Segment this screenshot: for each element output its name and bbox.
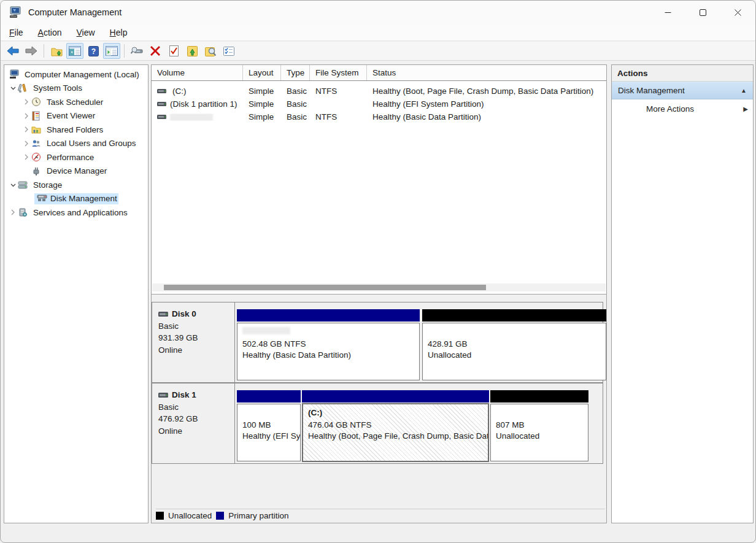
help-button[interactable]: ? [85,43,102,59]
horizontal-scrollbar[interactable] [152,283,606,291]
tree-item-system-tools[interactable]: System Tools [4,82,148,96]
minimize-icon [665,9,671,16]
chevron-collapsed-icon[interactable] [23,140,30,147]
actions-panel: Actions Disk Management ▲ More Actions ▶ [611,64,754,523]
forward-button[interactable] [23,43,40,59]
tree-item-task-scheduler[interactable]: Task Scheduler [4,95,148,109]
maximize-button[interactable] [685,1,720,24]
tree-item-disk-management[interactable]: Disk Management [4,192,148,206]
disk-state: Online [158,426,234,436]
export-button[interactable] [183,43,201,59]
partition-name-redacted [242,327,290,334]
tree-item-label: Performance [45,152,96,163]
toolbar: ? [1,42,755,61]
action-pane-toggle-button[interactable] [103,43,120,59]
chevron-collapsed-icon[interactable] [23,126,30,133]
menu-help[interactable]: Help [104,25,134,40]
tree-item-label: Shared Folders [45,125,105,135]
minimize-button[interactable] [650,1,685,24]
delete-x-icon [150,46,160,56]
tree-item-local-users-groups[interactable]: Local Users and Groups [4,137,148,151]
chevron-expanded-icon[interactable] [9,181,17,188]
column-header-file-system[interactable]: File System [310,65,367,80]
partition-size: 476.04 GB NTFS [308,420,485,429]
properties-button[interactable] [128,43,145,59]
maximize-icon [700,9,706,16]
collapse-arrow-icon[interactable]: ▲ [741,87,747,94]
close-icon [735,9,741,16]
tree-item-event-viewer[interactable]: Event Viewer [4,109,148,123]
primary-partition-bar [302,390,489,402]
chevron-expanded-icon[interactable] [9,85,17,92]
disk-management-main-panel: Volume Layout Type File System Status (C… [151,64,607,523]
performance-icon [31,152,42,162]
disk-1-unallocated[interactable]: 807 MB Unallocated [490,390,588,463]
chevron-collapsed-icon[interactable] [23,112,30,120]
column-header-type[interactable]: Type [281,65,310,80]
column-header-volume[interactable]: Volume [152,65,243,80]
local-users-groups-icon [31,139,42,148]
console-tree-panel: Computer Management (Local) System Tools… [4,64,148,523]
computer-icon [9,69,20,79]
horizontal-scrollbar-thumb[interactable] [164,285,486,290]
partition-size: 502.48 GB NTFS [242,339,417,349]
volume-status: Healthy (Boot, Page File, Crash Dump, Ba… [367,87,606,96]
disk-1-label[interactable]: Disk 1 Basic 476.92 GB Online [152,383,235,463]
disk-0-partition-1[interactable]: 502.48 GB NTFS Healthy (Basic Data Parti… [237,309,420,382]
column-header-status[interactable]: Status [367,65,606,80]
chevron-collapsed-icon[interactable] [23,153,30,161]
tree-item-label: Device Manager [45,166,109,176]
storage-icon [18,180,28,190]
volume-row-redacted[interactable]: Simple Basic NTFS Healthy (Basic Data Pa… [152,110,606,123]
menu-view[interactable]: View [71,25,101,40]
unallocated-bar [490,390,588,402]
options-button[interactable] [220,43,237,59]
menu-action[interactable]: Action [32,25,68,40]
verify-button[interactable] [165,43,182,59]
tree-item-label: Disk Management [50,194,117,203]
volume-row-disk1-partition1[interactable]: (Disk 1 partition 1) Simple Basic Health… [152,98,606,110]
title-bar: Computer Management [1,1,755,24]
volume-name: (Disk 1 partition 1) [170,99,237,109]
shared-folders-icon [31,125,42,134]
tree-item-performance[interactable]: Performance [4,150,148,164]
tree-item-shared-folders[interactable]: Shared Folders [4,123,148,137]
disk-1-partition-c-selected[interactable]: (C:) 476.04 GB NTFS Healthy (Boot, Page … [302,390,489,463]
tree-item-computer-management[interactable]: Computer Management (Local) [4,67,148,82]
actions-panel-header: Actions [612,65,753,82]
action-pane-icon [106,46,118,56]
find-button[interactable] [202,43,219,59]
back-button[interactable] [4,43,21,59]
folder-up-arrow-icon [187,46,198,56]
console-tree-toggle-button[interactable] [66,43,83,59]
more-actions-item[interactable]: More Actions ▶ [612,99,753,118]
volume-list-header: Volume Layout Type File System Status [152,65,606,81]
tree-item-device-manager[interactable]: Device Manager [4,164,148,179]
device-manager-icon [31,166,42,176]
menu-file[interactable]: File [3,25,29,40]
volume-row-c[interactable]: (C:) Simple Basic NTFS Healthy (Boot, Pa… [152,85,606,98]
chevron-collapsed-icon[interactable] [9,209,17,216]
tree-item-label: Event Viewer [45,110,97,121]
task-scheduler-icon [31,97,42,107]
disk-icon [158,311,168,317]
check-document-icon [169,45,179,56]
disk-1-partition-efi[interactable]: 100 MB Healthy (EFI System Partition) [237,390,301,463]
partition-size: 100 MB [242,420,298,429]
partition-legend: Unallocated Primary partition [156,509,605,521]
tree-item-storage[interactable]: Storage [4,178,148,192]
close-button[interactable] [720,1,755,24]
disk-0-label[interactable]: Disk 0 Basic 931.39 GB Online [152,302,235,382]
delete-button[interactable] [147,43,164,59]
toolbar-separator [124,44,125,58]
partition-size: 807 MB [496,420,585,429]
disk-0-unallocated[interactable]: 428.91 GB Unallocated [422,309,606,382]
actions-disk-management-section[interactable]: Disk Management ▲ [612,82,753,99]
column-header-layout[interactable]: Layout [243,65,281,80]
toolbar-separator [44,44,44,58]
folder-up-level-icon [51,46,63,56]
up-level-button[interactable] [48,43,65,59]
tree-item-services-applications[interactable]: Services and Applications [4,206,148,220]
chevron-collapsed-icon[interactable] [23,98,30,106]
primary-partition-bar [237,390,301,402]
